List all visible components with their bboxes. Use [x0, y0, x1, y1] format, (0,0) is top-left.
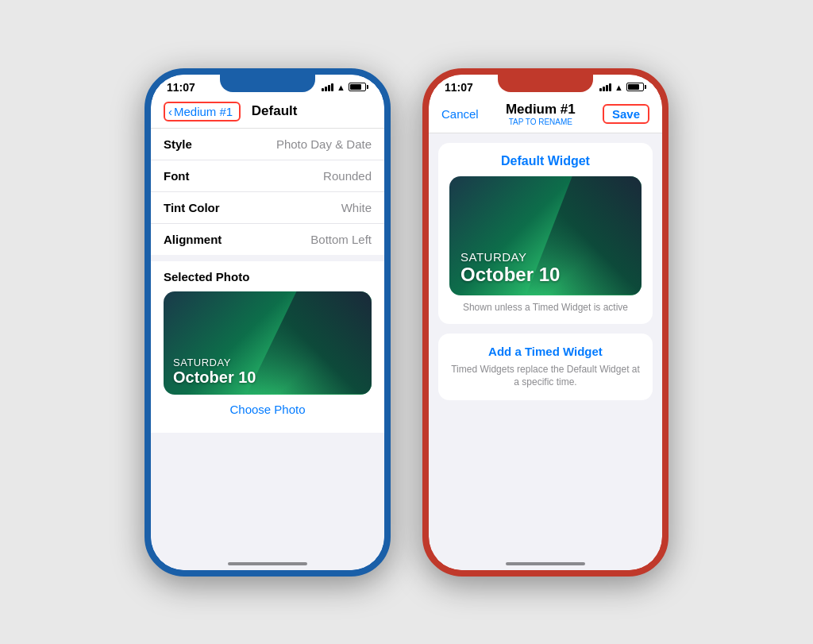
alignment-row[interactable]: Alignment Bottom Left: [151, 224, 384, 255]
right-phone: 11:07 ▲ Cancel: [422, 68, 669, 577]
right-screen: 11:07 ▲ Cancel: [429, 75, 662, 570]
tint-color-row[interactable]: Tint Color White: [151, 192, 384, 224]
default-widget-card: Default Widget SATURDAY October 10 Shown…: [438, 143, 653, 324]
left-home-indicator: [151, 557, 384, 570]
right-notch: [498, 75, 593, 92]
timed-widget-card[interactable]: Add a Timed Widget Timed Widgets replace…: [438, 334, 653, 401]
font-row[interactable]: Font Rounded: [151, 160, 384, 192]
right-home-bar: [506, 562, 585, 565]
left-home-bar: [228, 562, 307, 565]
cancel-button[interactable]: Cancel: [441, 107, 479, 121]
left-nav-bar: ‹ Medium #1 Default: [151, 97, 384, 129]
left-status-icons: ▲: [322, 83, 368, 92]
choose-photo-button[interactable]: Choose Photo: [164, 395, 372, 424]
alignment-value: Bottom Left: [310, 233, 372, 246]
selected-photo-section: Selected Photo SATURDAY October 10 Choos…: [151, 261, 384, 433]
right-widget-info: SATURDAY October 10: [460, 250, 560, 286]
left-widget-card: SATURDAY October 10: [164, 291, 372, 395]
back-button[interactable]: ‹ Medium #1: [164, 102, 241, 121]
right-status-icons: ▲: [599, 83, 646, 92]
signal-icon: [322, 83, 333, 91]
default-widget-title: Default Widget: [449, 154, 642, 168]
right-content: Default Widget SATURDAY October 10 Shown…: [429, 133, 662, 557]
tap-to-rename[interactable]: TAP TO RENAME: [509, 118, 572, 126]
left-widget-date: October 10: [173, 368, 256, 387]
right-nav-bar: Cancel Medium #1 TAP TO RENAME Save: [429, 97, 662, 133]
right-widget-date: October 10: [460, 264, 560, 286]
widget-info: SATURDAY October 10: [173, 357, 256, 387]
alignment-label: Alignment: [164, 233, 222, 246]
widget-bg-shape: [247, 291, 372, 395]
left-nav-title: Default: [252, 103, 298, 119]
font-label: Font: [164, 169, 189, 183]
timed-widget-title[interactable]: Add a Timed Widget: [449, 345, 642, 358]
save-button[interactable]: Save: [603, 104, 649, 124]
battery-icon: [349, 83, 368, 91]
selected-photo-label: Selected Photo: [164, 270, 372, 283]
settings-list: Style Photo Day & Date Font Rounded Tint…: [151, 129, 384, 255]
tint-color-label: Tint Color: [164, 201, 220, 214]
style-label: Style: [164, 137, 192, 151]
left-phone: 11:07 ▲ ‹ Med: [144, 68, 391, 577]
right-nav-center: Medium #1 TAP TO RENAME: [506, 102, 576, 126]
right-wifi-icon: ▲: [615, 83, 623, 92]
right-widget-card: SATURDAY October 10: [449, 176, 642, 295]
right-widget-day: SATURDAY: [460, 250, 560, 264]
right-battery-icon: [626, 83, 646, 91]
back-label: Medium #1: [174, 105, 233, 118]
left-widget-day: SATURDAY: [173, 357, 256, 368]
left-screen: 11:07 ▲ ‹ Med: [151, 75, 384, 570]
style-value: Photo Day & Date: [276, 137, 372, 151]
default-widget-subtitle: Shown unless a Timed Widget is active: [449, 302, 642, 313]
tint-color-value: White: [341, 201, 372, 214]
timed-widget-subtitle: Timed Widgets replace the Default Widget…: [449, 363, 642, 390]
left-status-time: 11:07: [167, 81, 195, 94]
style-row[interactable]: Style Photo Day & Date: [151, 129, 384, 160]
left-notch: [220, 75, 315, 92]
right-home-indicator: [429, 557, 662, 570]
wifi-icon: ▲: [337, 83, 345, 92]
right-status-time: 11:07: [445, 81, 473, 94]
font-value: Rounded: [323, 169, 372, 183]
chevron-left-icon: ‹: [168, 105, 172, 118]
right-signal-icon: [599, 83, 611, 91]
right-nav-title: Medium #1: [506, 102, 576, 118]
